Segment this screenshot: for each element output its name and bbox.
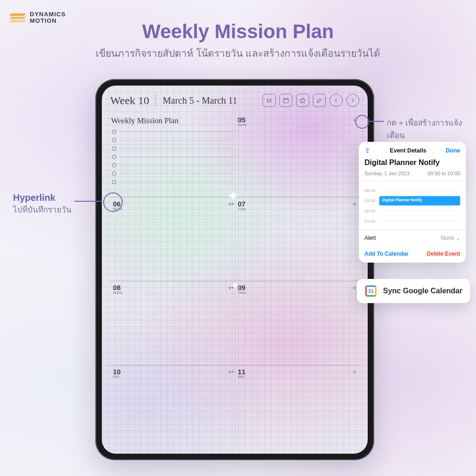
add-event-plus-icon[interactable]: +	[353, 368, 357, 376]
calendar-icon[interactable]	[279, 94, 292, 107]
mission-item[interactable]	[112, 136, 233, 144]
mission-item[interactable]	[112, 178, 233, 186]
planner-screen: Week 10 March 5 - March 11 M Weekly Miss…	[102, 86, 368, 454]
add-event-plus-icon[interactable]: +	[353, 284, 357, 291]
week-grid: Weekly Mission Plan 05SUN +	[110, 113, 359, 447]
event-name: Digital Planner Notify	[359, 157, 466, 171]
gcal-label: Sync Google Calendar	[383, 287, 463, 295]
day-label[interactable]: 09THU	[238, 284, 246, 295]
event-time: 09:00 to 10:00	[428, 171, 460, 176]
google-calendar-icon: 31	[364, 284, 377, 298]
planner-toolbar: Week 10 March 5 - March 11 M	[110, 90, 359, 111]
divider-plus-icon: +	[231, 368, 235, 375]
mission-item[interactable]	[112, 127, 233, 136]
week-number[interactable]: Week 10	[110, 94, 149, 107]
star-icon[interactable]	[296, 94, 309, 107]
day-cell-tue[interactable]: + 07TUE +	[235, 198, 360, 281]
day-label[interactable]: 11SAT	[238, 368, 246, 379]
alert-label: Alert	[364, 235, 376, 241]
event-block[interactable]: Digital Planner Notify	[379, 196, 460, 205]
event-date: Sunday, 1 Jan 2023	[364, 171, 410, 176]
page-title: Weekly Mission Plan เขียนภารกิจรายสัปดาห…	[0, 20, 476, 61]
alert-value: None	[441, 235, 454, 241]
add-event-plus-icon[interactable]: +	[353, 200, 357, 208]
tablet-device-frame: Week 10 March 5 - March 11 M Weekly Miss…	[95, 79, 374, 460]
day-label[interactable]: 10FRI	[113, 368, 121, 379]
day-cell-wed[interactable]: 08WED +	[110, 281, 235, 365]
day-cell-sat[interactable]: + 11SAT +	[235, 365, 360, 449]
mission-item[interactable]	[112, 144, 233, 152]
hour-label: 09:00	[364, 198, 378, 203]
divider-plus-icon: +	[231, 200, 235, 207]
toolbar-divider	[156, 94, 156, 106]
day-label[interactable]: 05SUN	[238, 116, 246, 127]
divider-plus-icon: +	[231, 284, 235, 291]
mission-plan-heading: Weekly Mission Plan	[110, 113, 235, 127]
alert-row[interactable]: Alert None ⌄	[359, 230, 466, 246]
mission-item[interactable]	[112, 152, 233, 161]
day-cell-thu[interactable]: + 09THU +	[235, 281, 360, 365]
hour-label: 08:00	[364, 188, 378, 193]
prev-week-button[interactable]	[330, 94, 343, 107]
callout-plus-label: กด + เพื่อสร้างการแจ้งเตือน	[387, 116, 476, 141]
mission-plan-cell[interactable]: Weekly Mission Plan	[110, 113, 235, 197]
day-label[interactable]: 07TUE	[238, 200, 246, 211]
svg-rect-0	[284, 99, 289, 103]
share-icon[interactable]: ⇪	[364, 146, 370, 155]
google-calendar-chip[interactable]: 31 Sync Google Calendar	[357, 279, 470, 303]
hour-label: 10:00	[364, 208, 378, 213]
done-button[interactable]: Done	[446, 147, 460, 154]
delete-event-button[interactable]: Delete Event	[427, 251, 460, 257]
page-heading: Weekly Mission Plan	[0, 20, 476, 43]
day-cell-mon[interactable]: 06MON +	[110, 198, 235, 281]
hour-label: 11:00	[364, 218, 378, 224]
page-subtitle: เขียนภารกิจรายสัปดาห์ โน้ตรายวัน และสร้า…	[0, 46, 476, 61]
mission-item[interactable]	[112, 169, 233, 178]
add-to-calendar-button[interactable]: Add To Calendar	[364, 251, 409, 257]
callout-connector	[74, 201, 102, 202]
event-details-popup: ⇪ Event Details Done Digital Planner Not…	[359, 142, 466, 263]
next-week-button[interactable]	[346, 94, 359, 107]
day-cell-sun[interactable]: 05SUN +	[235, 113, 360, 197]
edit-icon[interactable]	[313, 94, 326, 107]
day-cell-fri[interactable]: 10FRI +	[110, 365, 235, 449]
month-view-button[interactable]: M	[263, 94, 276, 107]
callout-hyperlink-label: Hyperlink ไปที่บันทึกรายวัน	[13, 192, 72, 216]
callout-ring-plus	[355, 115, 369, 129]
popup-title: Event Details	[374, 147, 442, 154]
day-label[interactable]: 08WED	[113, 284, 122, 295]
date-range: March 5 - March 11	[163, 95, 237, 106]
mission-item[interactable]	[112, 161, 233, 169]
callout-connector	[369, 121, 384, 122]
callout-ring-hyperlink	[103, 192, 123, 212]
schedule-preview: 08:00 09:00 10:00 11:00 Digital Planner …	[359, 181, 466, 230]
